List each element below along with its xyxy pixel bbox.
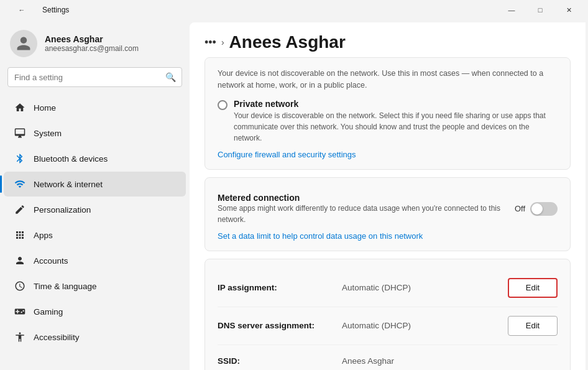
- breadcrumb-arrow: ›: [221, 37, 224, 47]
- ip-assignment-row: IP assignment: Automatic (DHCP) Edit: [218, 269, 558, 307]
- private-network-desc: Your device is discoverable on the netwo…: [234, 110, 558, 144]
- user-email: aneesasghar.cs@gmail.com: [45, 44, 139, 53]
- ip-assignment-edit-button[interactable]: Edit: [508, 278, 558, 298]
- notice-text: Your device is not discoverable on the n…: [218, 68, 558, 91]
- metered-desc: Some apps might work differently to redu…: [218, 203, 515, 225]
- search-input[interactable]: [7, 67, 182, 87]
- accessibility-icon: [14, 331, 26, 343]
- dns-assignment-edit-button[interactable]: Edit: [508, 316, 558, 336]
- sidebar-item-network-label: Network & internet: [34, 180, 103, 189]
- sidebar-item-personalization-label: Personalization: [34, 205, 91, 215]
- toggle-label: Off: [515, 204, 525, 213]
- search-box: 🔍: [7, 67, 182, 87]
- back-button[interactable]: ←: [7, 0, 36, 20]
- dns-assignment-label: DNS server assignment:: [218, 321, 342, 330]
- home-icon: [14, 101, 26, 114]
- app-body: Anees Asghar aneesasghar.cs@gmail.com 🔍 …: [0, 20, 588, 370]
- gaming-icon: [14, 305, 26, 318]
- toggle-knob: [531, 203, 543, 215]
- protocol-row: Protocol: Wi-Fi 4 (802.11n): [218, 368, 508, 371]
- sidebar-item-accounts-label: Accounts: [34, 256, 68, 266]
- close-button[interactable]: ✕: [554, 0, 583, 20]
- app-title: Settings: [42, 6, 69, 14]
- user-info: Anees Asghar aneesasghar.cs@gmail.com: [45, 34, 139, 53]
- sidebar-item-time[interactable]: Time & language: [4, 274, 186, 298]
- user-avatar-icon: [16, 35, 32, 52]
- window-controls: — □ ✕: [497, 0, 583, 20]
- dns-assignment-value: Automatic (DHCP): [342, 321, 508, 330]
- personalization-icon: [14, 203, 26, 216]
- metered-toggle[interactable]: [530, 202, 558, 216]
- firewall-link[interactable]: Configure firewall and security settings: [218, 150, 558, 159]
- metered-left: Metered connection Some apps might work …: [218, 193, 515, 225]
- breadcrumb-dots[interactable]: •••: [204, 36, 216, 49]
- content-scroll: Your device is not discoverable on the n…: [190, 57, 586, 370]
- sidebar-item-system[interactable]: System: [4, 121, 186, 146]
- private-network-label: Private network: [234, 99, 558, 109]
- ssid-fields: SSID: Anees Asghar Protocol: Wi-Fi 4 (80…: [218, 354, 508, 371]
- sidebar-item-accessibility-label: Accessibility: [34, 333, 80, 342]
- bluetooth-icon: [14, 152, 26, 165]
- metered-title: Metered connection: [218, 193, 515, 203]
- sidebar-item-bluetooth-label: Bluetooth & devices: [34, 154, 108, 164]
- titlebar-left: ← Settings: [7, 0, 69, 20]
- sidebar-item-accessibility[interactable]: Accessibility: [4, 325, 186, 349]
- sidebar-item-accounts[interactable]: Accounts: [4, 248, 186, 273]
- accounts-icon: [14, 254, 26, 267]
- private-network-info: Private network Your device is discovera…: [234, 99, 558, 144]
- nav-list: Home System Bluetooth & devices Network …: [0, 92, 190, 370]
- dns-assignment-row: DNS server assignment: Automatic (DHCP) …: [218, 307, 558, 345]
- sidebar-item-personalization[interactable]: Personalization: [4, 197, 186, 222]
- user-profile[interactable]: Anees Asghar aneesasghar.cs@gmail.com: [0, 20, 190, 65]
- sidebar-item-network[interactable]: Network & internet: [4, 172, 186, 197]
- time-icon: [14, 280, 26, 292]
- private-network-radio[interactable]: [218, 100, 227, 110]
- ssid-row: SSID: Anees Asghar: [218, 354, 508, 368]
- sidebar-item-system-label: System: [34, 129, 62, 138]
- system-icon: [14, 127, 26, 139]
- maximize-button[interactable]: □: [526, 0, 554, 20]
- ip-assignment-value: Automatic (DHCP): [342, 283, 508, 292]
- user-name: Anees Asghar: [45, 34, 139, 44]
- content-area: ••• › Anees Asghar Your device is not di…: [190, 22, 586, 370]
- sidebar-item-home[interactable]: Home: [4, 95, 186, 120]
- apps-icon: [14, 229, 26, 241]
- sidebar-item-gaming-label: Gaming: [34, 307, 63, 317]
- network-profile-block: Your device is not discoverable on the n…: [204, 57, 571, 170]
- minimize-button[interactable]: —: [497, 0, 526, 20]
- sidebar: Anees Asghar aneesasghar.cs@gmail.com 🔍 …: [0, 20, 190, 370]
- network-icon: [14, 178, 26, 190]
- ssid-label: SSID:: [218, 356, 342, 366]
- avatar: [10, 30, 37, 57]
- private-network-option[interactable]: Private network Your device is discovera…: [218, 99, 558, 144]
- data-limit-link[interactable]: Set a data limit to help control data us…: [218, 231, 558, 241]
- ssid-block-row: SSID: Anees Asghar Protocol: Wi-Fi 4 (80…: [218, 345, 558, 371]
- ip-dns-block: IP assignment: Automatic (DHCP) Edit DNS…: [204, 259, 571, 371]
- toggle-wrap: Off: [515, 202, 558, 216]
- page-title: Anees Asghar: [229, 32, 346, 52]
- sidebar-item-apps[interactable]: Apps: [4, 223, 186, 247]
- sidebar-item-apps-label: Apps: [34, 231, 53, 240]
- sidebar-item-home-label: Home: [34, 103, 56, 113]
- ip-assignment-label: IP assignment:: [218, 283, 342, 292]
- sidebar-item-bluetooth[interactable]: Bluetooth & devices: [4, 146, 186, 171]
- sidebar-item-time-label: Time & language: [34, 282, 97, 291]
- titlebar: ← Settings — □ ✕: [0, 0, 588, 20]
- ssid-value: Anees Asghar: [342, 356, 394, 366]
- sidebar-item-gaming[interactable]: Gaming: [4, 299, 186, 324]
- content-header: ••• › Anees Asghar: [190, 22, 586, 57]
- metered-connection-block: Metered connection Some apps might work …: [204, 177, 571, 251]
- metered-row: Metered connection Some apps might work …: [218, 193, 558, 225]
